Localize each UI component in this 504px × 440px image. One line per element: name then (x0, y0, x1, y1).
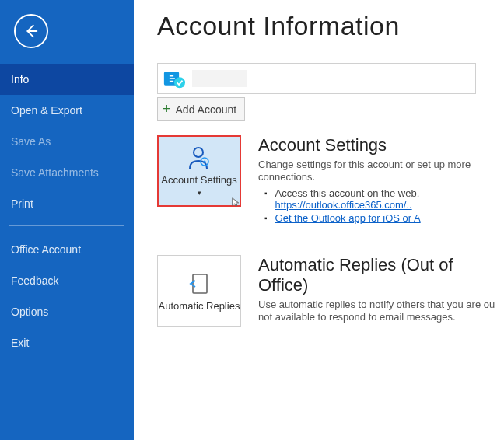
arrow-left-icon (23, 23, 40, 40)
account-name-blurred (192, 70, 247, 87)
automatic-replies-title: Automatic Replies (Out of Office) (258, 255, 498, 295)
nav-exit[interactable]: Exit (0, 327, 134, 358)
nav-info[interactable]: Info (0, 64, 134, 95)
exchange-icon (163, 67, 186, 90)
account-dropdown[interactable] (157, 63, 476, 94)
nav-office-account[interactable]: Office Account (0, 234, 134, 265)
owa-link[interactable]: https://outlook.office365.com/.. (275, 199, 412, 211)
account-settings-desc: Change settings for this account or set … (258, 159, 498, 183)
bullet-get-app: Get the Outlook app for iOS or A (264, 212, 498, 224)
nav-save-attachments: Save Attachments (0, 157, 134, 188)
bullet-access-web: Access this account on the web. https://… (264, 187, 498, 211)
page-title: Account Information (157, 11, 504, 41)
account-settings-title: Account Settings (258, 135, 498, 155)
add-account-label: Add Account (176, 103, 237, 116)
account-settings-tile[interactable]: Account Settings ▾ (157, 135, 241, 207)
nav-options[interactable]: Options (0, 296, 134, 327)
account-header: + Add Account (157, 63, 504, 121)
automatic-replies-desc: Use automatic replies to notify others t… (258, 299, 498, 323)
svg-point-2 (174, 77, 185, 88)
nav-feedback[interactable]: Feedback (0, 265, 134, 296)
automatic-replies-tile[interactable]: Automatic Replies (157, 255, 241, 327)
automatic-replies-section: Automatic Replies Automatic Replies (Out… (157, 255, 504, 327)
add-account-button[interactable]: + Add Account (157, 97, 245, 121)
nav-print[interactable]: Print (0, 188, 134, 219)
backstage-sidebar: Info Open & Export Save As Save Attachme… (0, 0, 134, 440)
mobile-app-link[interactable]: Get the Outlook app for iOS or A (275, 212, 421, 224)
person-gear-icon (185, 144, 213, 172)
account-settings-section: Account Settings ▾ Account Settings Chan… (157, 135, 504, 225)
svg-point-3 (194, 148, 203, 157)
svg-point-5 (203, 160, 205, 162)
nav-list: Info Open & Export Save As Save Attachme… (0, 64, 134, 358)
automatic-replies-tile-label: Automatic Replies (159, 301, 240, 313)
account-settings-tile-label: Account Settings ▾ (159, 175, 240, 198)
svg-rect-6 (193, 274, 207, 293)
chevron-down-icon: ▾ (198, 189, 201, 197)
nav-divider (9, 225, 124, 226)
main-pane: Account Information + Add Account (134, 0, 504, 440)
plus-icon: + (163, 101, 171, 117)
nav-open-export[interactable]: Open & Export (0, 95, 134, 126)
nav-save-as: Save As (0, 126, 134, 157)
back-button[interactable] (14, 14, 48, 48)
note-reply-icon (185, 270, 213, 298)
cursor-icon (231, 197, 242, 210)
